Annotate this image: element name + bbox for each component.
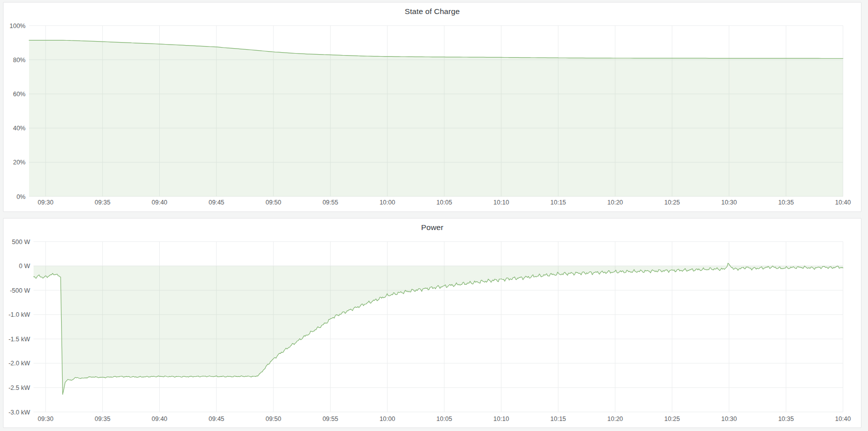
- x-axis-tick-label: 09:50: [265, 415, 281, 422]
- series-area-fill: [29, 40, 843, 196]
- y-axis-tick-label: -1.5 kW: [9, 336, 30, 343]
- y-axis-tick-label: 100%: [10, 23, 26, 30]
- x-axis-tick-label: 10:00: [380, 415, 395, 422]
- y-axis-tick-label: -2.5 kW: [9, 384, 30, 391]
- power-panel-title[interactable]: Power: [4, 223, 861, 232]
- x-axis-tick-label: 10:35: [778, 199, 794, 206]
- x-axis-tick-label: 09:40: [152, 199, 167, 206]
- x-axis-tick-label: 10:15: [550, 199, 566, 206]
- x-axis-tick-label: 10:20: [608, 199, 623, 206]
- x-axis-tick-label: 10:00: [380, 199, 395, 206]
- series-area-fill: [34, 263, 843, 394]
- x-axis-tick-label: 10:30: [721, 415, 737, 422]
- x-axis-tick-label: 09:50: [265, 199, 281, 206]
- x-axis-tick-label: 10:35: [778, 415, 794, 422]
- y-axis-tick-label: 80%: [13, 57, 26, 64]
- y-axis-tick-label: 20%: [13, 159, 26, 166]
- x-axis-tick-label: 09:30: [38, 199, 53, 206]
- y-axis-tick-label: 500 W: [12, 239, 30, 246]
- x-axis-tick-label: 09:35: [95, 199, 110, 206]
- x-axis-tick-label: 10:40: [835, 199, 850, 206]
- x-axis-tick-label: 10:25: [664, 415, 680, 422]
- y-axis-tick-label: 0%: [17, 193, 26, 200]
- x-axis-tick-label: 10:25: [664, 199, 680, 206]
- x-axis-tick-label: 09:30: [38, 415, 53, 422]
- y-axis-tick-label: -2.0 kW: [9, 360, 30, 367]
- soc-panel: 100%80%60%40%20%0%09:3009:3509:4009:4509…: [3, 2, 861, 212]
- x-axis-tick-label: 10:10: [493, 199, 509, 206]
- y-axis-tick-label: -500 W: [10, 287, 30, 294]
- soc-panel-title[interactable]: State of Charge: [4, 7, 861, 16]
- y-axis-tick-label: -1.0 kW: [9, 311, 30, 318]
- x-axis-tick-label: 09:35: [95, 415, 110, 422]
- y-axis-tick-label: -3.0 kW: [9, 409, 30, 416]
- y-axis-tick-label: 0 W: [19, 263, 30, 270]
- x-axis-tick-label: 10:05: [436, 415, 452, 422]
- x-axis-tick-label: 10:15: [550, 415, 566, 422]
- x-axis-tick-label: 09:45: [209, 199, 224, 206]
- x-axis-tick-label: 10:30: [721, 199, 737, 206]
- x-axis-tick-label: 10:40: [835, 415, 850, 422]
- x-axis-tick-label: 09:55: [323, 415, 338, 422]
- y-axis-tick-label: 60%: [13, 91, 26, 98]
- x-axis-tick-label: 09:45: [209, 415, 224, 422]
- y-axis-tick-label: 40%: [13, 125, 26, 132]
- soc-chart[interactable]: 100%80%60%40%20%0%09:3009:3509:4009:4509…: [4, 3, 861, 211]
- x-axis-tick-label: 09:55: [323, 199, 338, 206]
- x-axis-tick-label: 10:10: [493, 415, 509, 422]
- x-axis-tick-label: 10:05: [436, 199, 452, 206]
- power-chart[interactable]: 500 W0 W-500 W-1.0 kW-1.5 kW-2.0 kW-2.5 …: [4, 219, 861, 427]
- x-axis-tick-label: 10:20: [608, 415, 623, 422]
- x-axis-tick-label: 09:40: [152, 415, 167, 422]
- power-panel: 500 W0 W-500 W-1.0 kW-1.5 kW-2.0 kW-2.5 …: [3, 218, 861, 428]
